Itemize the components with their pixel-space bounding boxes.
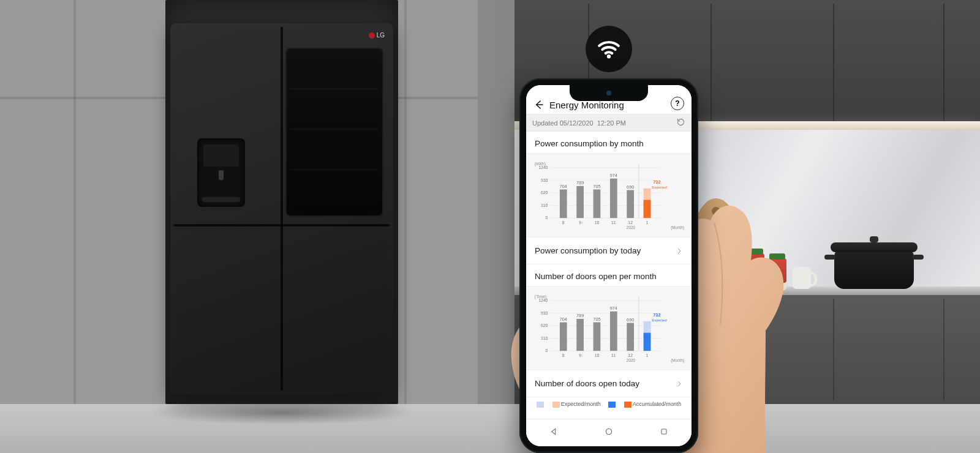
chart-doors-month[interactable]: (Time)03106209301240732Expected704878997… [526,286,692,370]
chevron-right-icon [676,247,683,255]
svg-rect-57 [594,322,601,351]
app-content: Power consumption by month (kWh)03106209… [526,132,692,419]
svg-text:789: 789 [576,180,584,185]
svg-text:Expected: Expected [652,318,666,322]
bar-chart: (Time)03106209301240732Expected704878997… [531,291,687,365]
svg-text:930: 930 [541,178,548,182]
instaview-window [287,49,382,215]
svg-text:1240: 1240 [538,298,548,302]
svg-text:(Month): (Month) [671,225,684,230]
svg-text:446: 446 [643,334,650,340]
svg-text:974: 974 [610,305,617,311]
updated-time: 12:20 PM [597,119,626,127]
square-recent-icon [659,427,669,436]
triangle-back-icon [549,427,559,436]
svg-text:1: 1 [646,353,649,358]
svg-rect-25 [610,179,617,218]
fridge-shadow [147,400,417,425]
svg-text:1: 1 [646,220,649,225]
bar-chart: (kWh)03106209301240732Expected7048789970… [531,159,687,232]
android-nav-bar [526,419,692,446]
row-power-today[interactable]: Power consumption by today [526,238,692,264]
sauce-jar [745,253,764,289]
swatch-icon [608,402,616,408]
chart-legend: Expected/month Accumulated/month [526,397,692,410]
svg-text:2020: 2020 [627,225,636,230]
nav-home-button[interactable] [604,427,614,439]
svg-text:0: 0 [546,348,548,353]
svg-text:704: 704 [560,316,567,322]
lg-logo: LG [369,32,385,39]
section-title-power-month: Power consumption by month [526,132,692,153]
svg-point-0 [607,54,611,58]
help-icon: ? [675,99,679,108]
svg-point-71 [606,429,611,434]
circle-home-icon [604,427,614,436]
svg-text:789: 789 [576,313,584,318]
mug [793,267,811,289]
svg-rect-19 [576,186,584,218]
svg-rect-16 [560,190,567,219]
refrigerator: LG [170,23,393,394]
help-button[interactable]: ? [671,97,684,110]
svg-text:705: 705 [593,184,600,189]
nav-recent-button[interactable] [659,427,669,439]
svg-text:12: 12 [628,353,633,358]
svg-text:930: 930 [541,311,548,315]
svg-text:(Month): (Month) [671,358,684,363]
section-title-doors-month: Number of doors open per month [526,264,692,286]
svg-text:10: 10 [595,220,600,225]
svg-text:8: 8 [562,353,565,358]
svg-rect-54 [576,319,584,351]
svg-text:974: 974 [610,173,617,178]
row-label: Number of doors open today [535,379,639,388]
cooking-pot [834,250,914,289]
svg-text:704: 704 [560,184,567,189]
swatch-icon [624,402,631,408]
svg-text:690: 690 [627,184,634,190]
updated-label: Updated [532,119,558,127]
svg-text:8: 8 [562,220,565,225]
legend-expected-power [537,401,545,408]
svg-text:10: 10 [595,353,600,358]
legend-accum-power: Accumulated/month [624,401,682,408]
svg-text:620: 620 [541,323,548,328]
svg-text:9: 9 [579,220,581,225]
svg-text:12: 12 [628,220,633,225]
svg-text:1240: 1240 [538,165,548,170]
svg-text:620: 620 [541,190,548,195]
svg-rect-51 [560,323,567,351]
sauce-jar [768,258,786,290]
wifi-icon [586,26,632,72]
svg-text:310: 310 [541,336,548,340]
arrow-left-icon [533,99,545,110]
screen-title: Energy Monitoring [549,100,624,110]
svg-text:690: 690 [627,317,634,323]
svg-text:Expected: Expected [652,185,666,189]
svg-text:0: 0 [546,215,548,220]
refresh-button[interactable] [676,118,685,128]
svg-text:732: 732 [653,312,660,318]
legend-accum-doors [608,401,617,408]
water-dispenser [197,138,245,207]
svg-rect-28 [627,190,634,218]
swatch-icon [552,402,560,408]
row-doors-today[interactable]: Number of doors open today [526,370,692,397]
svg-text:705: 705 [593,316,600,322]
svg-text:11: 11 [611,220,616,225]
refresh-icon [676,118,685,127]
chevron-right-icon [676,380,683,387]
svg-rect-22 [594,189,601,218]
phone-notch [570,85,648,101]
updated-status-bar: Updated 05/12/2020 12:20 PM [526,114,692,132]
svg-text:11: 11 [611,353,616,358]
nav-back-button[interactable] [549,427,559,439]
phone-screen: Energy Monitoring ? Updated 05/12/2020 1… [526,85,692,446]
row-label: Power consumption by today [535,246,641,255]
svg-rect-72 [662,429,666,434]
svg-rect-63 [627,323,634,351]
smartphone: Energy Monitoring ? Updated 05/12/2020 1… [519,78,698,453]
chart-power-month[interactable]: (kWh)03106209301240732Expected7048789970… [526,153,692,238]
svg-text:732: 732 [653,179,660,185]
svg-text:310: 310 [541,203,548,208]
